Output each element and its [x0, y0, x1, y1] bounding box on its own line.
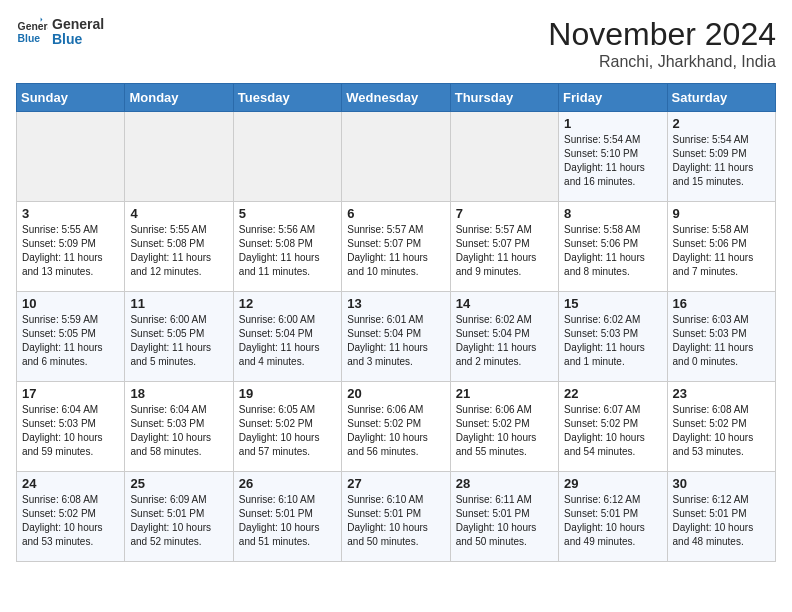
day-info: Sunrise: 6:06 AM Sunset: 5:02 PM Dayligh…: [347, 403, 444, 459]
day-number: 21: [456, 386, 553, 401]
calendar-cell: 22Sunrise: 6:07 AM Sunset: 5:02 PM Dayli…: [559, 382, 667, 472]
day-number: 10: [22, 296, 119, 311]
day-info: Sunrise: 6:11 AM Sunset: 5:01 PM Dayligh…: [456, 493, 553, 549]
calendar-cell: 16Sunrise: 6:03 AM Sunset: 5:03 PM Dayli…: [667, 292, 775, 382]
calendar-cell: 12Sunrise: 6:00 AM Sunset: 5:04 PM Dayli…: [233, 292, 341, 382]
title-block: November 2024 Ranchi, Jharkhand, India: [548, 16, 776, 71]
calendar-cell: 3Sunrise: 5:55 AM Sunset: 5:09 PM Daylig…: [17, 202, 125, 292]
weekday-header-monday: Monday: [125, 84, 233, 112]
logo-blue-text: Blue: [52, 32, 104, 47]
calendar-cell: [342, 112, 450, 202]
calendar-cell: 10Sunrise: 5:59 AM Sunset: 5:05 PM Dayli…: [17, 292, 125, 382]
day-number: 20: [347, 386, 444, 401]
day-info: Sunrise: 6:02 AM Sunset: 5:04 PM Dayligh…: [456, 313, 553, 369]
day-info: Sunrise: 5:58 AM Sunset: 5:06 PM Dayligh…: [673, 223, 770, 279]
day-info: Sunrise: 5:58 AM Sunset: 5:06 PM Dayligh…: [564, 223, 661, 279]
weekday-header-thursday: Thursday: [450, 84, 558, 112]
calendar-cell: 4Sunrise: 5:55 AM Sunset: 5:08 PM Daylig…: [125, 202, 233, 292]
logo: General Blue General Blue: [16, 16, 104, 48]
day-number: 5: [239, 206, 336, 221]
calendar-cell: 8Sunrise: 5:58 AM Sunset: 5:06 PM Daylig…: [559, 202, 667, 292]
calendar-cell: 14Sunrise: 6:02 AM Sunset: 5:04 PM Dayli…: [450, 292, 558, 382]
day-info: Sunrise: 6:08 AM Sunset: 5:02 PM Dayligh…: [22, 493, 119, 549]
week-row-1: 1Sunrise: 5:54 AM Sunset: 5:10 PM Daylig…: [17, 112, 776, 202]
calendar-cell: 26Sunrise: 6:10 AM Sunset: 5:01 PM Dayli…: [233, 472, 341, 562]
calendar-cell: 9Sunrise: 5:58 AM Sunset: 5:06 PM Daylig…: [667, 202, 775, 292]
month-title: November 2024: [548, 16, 776, 53]
day-number: 27: [347, 476, 444, 491]
day-info: Sunrise: 5:57 AM Sunset: 5:07 PM Dayligh…: [347, 223, 444, 279]
day-number: 12: [239, 296, 336, 311]
svg-text:Blue: Blue: [18, 33, 41, 44]
day-number: 22: [564, 386, 661, 401]
day-info: Sunrise: 6:05 AM Sunset: 5:02 PM Dayligh…: [239, 403, 336, 459]
day-number: 19: [239, 386, 336, 401]
day-number: 2: [673, 116, 770, 131]
day-info: Sunrise: 6:04 AM Sunset: 5:03 PM Dayligh…: [22, 403, 119, 459]
day-info: Sunrise: 6:12 AM Sunset: 5:01 PM Dayligh…: [673, 493, 770, 549]
day-number: 1: [564, 116, 661, 131]
day-info: Sunrise: 6:00 AM Sunset: 5:04 PM Dayligh…: [239, 313, 336, 369]
calendar-table: SundayMondayTuesdayWednesdayThursdayFrid…: [16, 83, 776, 562]
calendar-cell: 17Sunrise: 6:04 AM Sunset: 5:03 PM Dayli…: [17, 382, 125, 472]
week-row-3: 10Sunrise: 5:59 AM Sunset: 5:05 PM Dayli…: [17, 292, 776, 382]
day-info: Sunrise: 6:12 AM Sunset: 5:01 PM Dayligh…: [564, 493, 661, 549]
calendar-cell: 15Sunrise: 6:02 AM Sunset: 5:03 PM Dayli…: [559, 292, 667, 382]
day-number: 17: [22, 386, 119, 401]
day-number: 29: [564, 476, 661, 491]
day-info: Sunrise: 5:55 AM Sunset: 5:09 PM Dayligh…: [22, 223, 119, 279]
day-info: Sunrise: 5:55 AM Sunset: 5:08 PM Dayligh…: [130, 223, 227, 279]
day-number: 15: [564, 296, 661, 311]
logo-icon: General Blue: [16, 16, 48, 48]
day-info: Sunrise: 5:54 AM Sunset: 5:10 PM Dayligh…: [564, 133, 661, 189]
day-info: Sunrise: 5:57 AM Sunset: 5:07 PM Dayligh…: [456, 223, 553, 279]
day-info: Sunrise: 6:08 AM Sunset: 5:02 PM Dayligh…: [673, 403, 770, 459]
calendar-cell: [233, 112, 341, 202]
day-number: 18: [130, 386, 227, 401]
day-info: Sunrise: 6:00 AM Sunset: 5:05 PM Dayligh…: [130, 313, 227, 369]
calendar-cell: [125, 112, 233, 202]
calendar-cell: 30Sunrise: 6:12 AM Sunset: 5:01 PM Dayli…: [667, 472, 775, 562]
day-number: 30: [673, 476, 770, 491]
week-row-2: 3Sunrise: 5:55 AM Sunset: 5:09 PM Daylig…: [17, 202, 776, 292]
calendar-cell: 27Sunrise: 6:10 AM Sunset: 5:01 PM Dayli…: [342, 472, 450, 562]
weekday-header-wednesday: Wednesday: [342, 84, 450, 112]
day-info: Sunrise: 6:07 AM Sunset: 5:02 PM Dayligh…: [564, 403, 661, 459]
day-number: 3: [22, 206, 119, 221]
day-info: Sunrise: 6:06 AM Sunset: 5:02 PM Dayligh…: [456, 403, 553, 459]
day-info: Sunrise: 6:10 AM Sunset: 5:01 PM Dayligh…: [239, 493, 336, 549]
day-info: Sunrise: 6:03 AM Sunset: 5:03 PM Dayligh…: [673, 313, 770, 369]
calendar-cell: 29Sunrise: 6:12 AM Sunset: 5:01 PM Dayli…: [559, 472, 667, 562]
day-number: 8: [564, 206, 661, 221]
day-info: Sunrise: 6:09 AM Sunset: 5:01 PM Dayligh…: [130, 493, 227, 549]
day-number: 4: [130, 206, 227, 221]
day-number: 9: [673, 206, 770, 221]
calendar-cell: 11Sunrise: 6:00 AM Sunset: 5:05 PM Dayli…: [125, 292, 233, 382]
location: Ranchi, Jharkhand, India: [548, 53, 776, 71]
day-info: Sunrise: 5:56 AM Sunset: 5:08 PM Dayligh…: [239, 223, 336, 279]
svg-text:General: General: [18, 21, 48, 32]
week-row-4: 17Sunrise: 6:04 AM Sunset: 5:03 PM Dayli…: [17, 382, 776, 472]
weekday-header-sunday: Sunday: [17, 84, 125, 112]
calendar-cell: 2Sunrise: 5:54 AM Sunset: 5:09 PM Daylig…: [667, 112, 775, 202]
weekday-header-saturday: Saturday: [667, 84, 775, 112]
day-info: Sunrise: 6:10 AM Sunset: 5:01 PM Dayligh…: [347, 493, 444, 549]
day-number: 26: [239, 476, 336, 491]
calendar-cell: 6Sunrise: 5:57 AM Sunset: 5:07 PM Daylig…: [342, 202, 450, 292]
day-info: Sunrise: 6:02 AM Sunset: 5:03 PM Dayligh…: [564, 313, 661, 369]
day-number: 23: [673, 386, 770, 401]
calendar-cell: 18Sunrise: 6:04 AM Sunset: 5:03 PM Dayli…: [125, 382, 233, 472]
calendar-cell: [17, 112, 125, 202]
calendar-cell: 13Sunrise: 6:01 AM Sunset: 5:04 PM Dayli…: [342, 292, 450, 382]
calendar-cell: 21Sunrise: 6:06 AM Sunset: 5:02 PM Dayli…: [450, 382, 558, 472]
day-number: 7: [456, 206, 553, 221]
day-number: 28: [456, 476, 553, 491]
calendar-cell: 20Sunrise: 6:06 AM Sunset: 5:02 PM Dayli…: [342, 382, 450, 472]
calendar-cell: 7Sunrise: 5:57 AM Sunset: 5:07 PM Daylig…: [450, 202, 558, 292]
weekday-header-row: SundayMondayTuesdayWednesdayThursdayFrid…: [17, 84, 776, 112]
weekday-header-friday: Friday: [559, 84, 667, 112]
calendar-cell: 5Sunrise: 5:56 AM Sunset: 5:08 PM Daylig…: [233, 202, 341, 292]
day-number: 24: [22, 476, 119, 491]
calendar-cell: 25Sunrise: 6:09 AM Sunset: 5:01 PM Dayli…: [125, 472, 233, 562]
calendar-cell: 19Sunrise: 6:05 AM Sunset: 5:02 PM Dayli…: [233, 382, 341, 472]
